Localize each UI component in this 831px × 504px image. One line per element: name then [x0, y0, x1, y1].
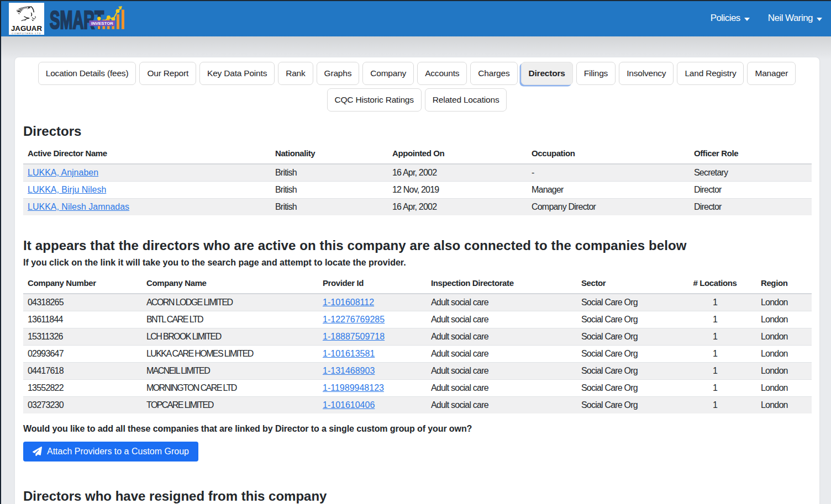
svg-text:JAGUAR: JAGUAR	[11, 24, 43, 33]
svg-text:SMART: SMART	[50, 6, 104, 32]
svg-text:COMPUTERS LTD: COMPUTERS LTD	[12, 32, 41, 35]
svg-text:INVESTOR: INVESTOR	[91, 21, 114, 26]
